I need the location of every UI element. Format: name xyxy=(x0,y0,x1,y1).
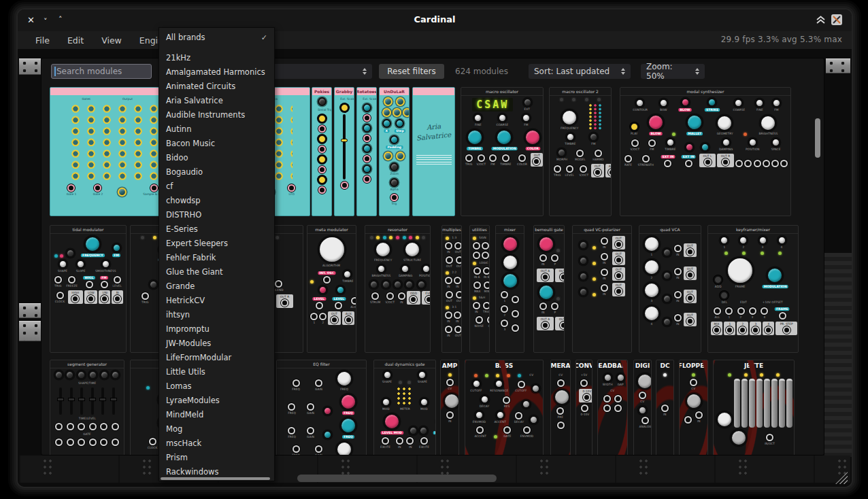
port-jack xyxy=(78,438,85,446)
control-label: ALGORITHM xyxy=(322,264,340,266)
brand-menu-item[interactable]: Autinn xyxy=(159,122,274,136)
module-card[interactable]: dual dynamics gateSHAPESHAPEMODMETERMODL… xyxy=(373,360,436,455)
brand-menu-item[interactable]: 21kHz xyxy=(159,50,274,65)
control-label: FM xyxy=(112,254,120,257)
knob xyxy=(419,426,428,435)
brand-menu-item[interactable]: Amalgamated Harmonics xyxy=(159,65,274,79)
control-label: DAMPING xyxy=(399,274,412,277)
brand-menu-item[interactable]: LifeFormModular xyxy=(159,350,274,364)
knob xyxy=(100,371,109,379)
brand-menu-item[interactable]: Audible Instruments xyxy=(159,107,274,122)
menu-file[interactable]: File xyxy=(27,33,59,48)
brand-menu-item[interactable]: Glue the Giant xyxy=(159,264,274,279)
module-card[interactable]: DCIN xyxy=(656,360,674,455)
brand-menu-item[interactable]: Bidoo xyxy=(159,150,274,165)
brand-menu-item[interactable]: Bacon Music xyxy=(159,136,274,150)
reset-filters-button[interactable]: Reset filters xyxy=(379,64,444,79)
menu-view[interactable]: View xyxy=(93,33,131,48)
control-label: IN xyxy=(603,277,606,279)
knob xyxy=(343,270,352,279)
module-card[interactable]: JETTEIN/OCT xyxy=(713,360,795,455)
brand-menu-item[interactable]: Rackwindows xyxy=(159,464,274,479)
brand-menu-item[interactable]: Expert Sleepers xyxy=(159,236,274,250)
brand-menu-item[interactable]: Grande xyxy=(159,279,274,293)
brand-menu-item[interactable]: JW-Modules xyxy=(159,336,274,350)
port-jack xyxy=(684,416,692,424)
module-card[interactable]: PokiesDistal Trig xyxy=(312,87,332,216)
fine-print xyxy=(416,155,452,166)
brand-menu-item[interactable]: LyraeModules xyxy=(159,393,274,407)
brand-menu-item[interactable]: DISTRHO xyxy=(159,207,274,222)
x11-app-icon[interactable] xyxy=(831,14,842,25)
search-input[interactable]: Search modules xyxy=(51,64,152,79)
knob xyxy=(716,411,733,428)
module-card[interactable]: CONV+5V0-10V0-10V xyxy=(575,360,592,455)
horizontal-scrollbar[interactable] xyxy=(297,475,497,482)
module-card[interactable]: macro oscillatorCSAWEXTFINECOARSEFMTIMBR… xyxy=(461,87,544,216)
brand-menu-item[interactable]: HetrickCV xyxy=(159,293,274,307)
module-card[interactable]: meta modulatorALGORITHMINT. OSCTIMBRELEV… xyxy=(307,225,356,353)
module-card[interactable]: tidal modulatorFREQUENCYFMSHAPESLOPESMOO… xyxy=(50,225,127,353)
menu-scrollbar[interactable] xyxy=(161,477,270,480)
port-jack xyxy=(487,316,490,324)
module-card[interactable]: BASSCVCUTOFFRESONANCECUTOFFDECAYRESENVMO… xyxy=(465,360,544,455)
output-jack-box: OUT xyxy=(612,252,625,265)
module-card[interactable]: UnDuLaRXStepPaddingZoomAlphaTrig xyxy=(379,87,410,216)
module-card[interactable]: segment generatorSHAPE/TIMETIME/LEVELGAT… xyxy=(50,360,124,455)
brand-menu-item[interactable]: Little Utils xyxy=(159,364,274,379)
collapse-chevrons-icon[interactable] xyxy=(816,16,826,24)
brand-menu-item[interactable]: Fehler Fabrik xyxy=(159,250,274,264)
module-card[interactable]: mixer123 xyxy=(495,225,524,353)
module-card[interactable]: EQ filterFREQGAINFREQFREQGAINFREQFREQGAI… xyxy=(276,360,367,455)
brand-menu-item[interactable]: ihtsyn xyxy=(159,307,274,322)
sort-select[interactable]: Sort: Last updated xyxy=(529,64,631,79)
module-card[interactable]: modal synthesizerCONTOURBOWBLOWSTRIKECOA… xyxy=(620,87,791,216)
brand-menu-item[interactable]: Lomas xyxy=(159,379,274,393)
lcd-display: CSAW xyxy=(472,98,513,111)
knob xyxy=(538,236,554,252)
button xyxy=(318,114,327,123)
port-jack xyxy=(114,295,121,303)
module-card[interactable]: bernoulli gateINPOUT AOUT BINPOUT AOUT B xyxy=(533,225,565,353)
control-label: TRIG xyxy=(141,300,148,303)
module-card[interactable]: FLOPPERCVIN xyxy=(679,360,708,455)
zoom-select[interactable]: Zoom: 50% xyxy=(641,64,705,79)
module-card[interactable]: keyframer/mixer1234ADDFRAMEMODULATIONDEL… xyxy=(707,225,799,353)
brand-menu-item[interactable]: MindMeld xyxy=(159,407,274,421)
brand-menu-item[interactable]: Animated Circuits xyxy=(159,79,274,93)
brand-menu-item[interactable]: Bogaudio xyxy=(159,165,274,179)
brand-menu-item[interactable]: Impromptu xyxy=(159,322,274,336)
brand-menu-item[interactable]: cf xyxy=(159,179,274,193)
module-card[interactable]: multiples1:3INOUTOUTOUT2:2ININOUTOUT3:1I… xyxy=(441,225,462,353)
module-card[interactable]: DEADBANDWIDTHGAPCV xyxy=(597,360,628,455)
brand-menu-item[interactable]: mscHack xyxy=(159,436,274,450)
brand-menu-item[interactable]: Aria Salvatrice xyxy=(159,93,274,107)
vertical-scrollbar[interactable] xyxy=(815,118,820,158)
module-card[interactable]: quad VCA1INOUT2INOUT3INOUT4INOUT xyxy=(639,225,701,353)
port-jack xyxy=(473,252,480,259)
knob xyxy=(340,417,356,434)
brand-menu-item[interactable]: E-Series xyxy=(159,222,274,236)
module-card[interactable]: DIGICVANALOG xyxy=(633,360,652,455)
knob xyxy=(635,99,644,107)
module-card[interactable]: AriaSalvatrice xyxy=(412,87,455,216)
module-card[interactable]: RotatoesExt. Scale xyxy=(356,87,377,216)
module-card[interactable]: resonatorFREQUENCYSTRUCTUREBRIGHTNESSDAM… xyxy=(365,225,431,353)
module-card[interactable]: macro oscillator 2FREQUENCYTIMBREFMMORPH… xyxy=(549,87,612,216)
module-card[interactable]: GrabbyExt. Scale xyxy=(334,87,354,216)
control-label: FREQ xyxy=(340,388,348,390)
control-label: OUT xyxy=(446,264,452,267)
brand-menu-item[interactable]: Mog xyxy=(159,421,274,436)
control-label: OUT xyxy=(687,313,693,316)
module-card[interactable]: quad VC-polarizerINOUTINOUTINOUTINOUT xyxy=(572,225,632,353)
control-label: GATE xyxy=(83,432,90,435)
module-card[interactable]: MERACVPRE xyxy=(550,360,571,455)
module-card[interactable]: AMPCVIN xyxy=(440,360,459,455)
menu-edit[interactable]: Edit xyxy=(59,33,93,48)
port-jack xyxy=(601,237,608,245)
brand-menu-item-selected[interactable]: All brands ✓ xyxy=(159,31,274,44)
text-caret xyxy=(54,67,56,76)
brand-menu-item[interactable]: chowdsp xyxy=(159,193,274,207)
brand-menu-item[interactable]: Prism xyxy=(159,450,274,464)
module-card[interactable]: utilitiesSIGNLOGICIN AIN BMAXMINS&HINTRI… xyxy=(469,225,490,353)
